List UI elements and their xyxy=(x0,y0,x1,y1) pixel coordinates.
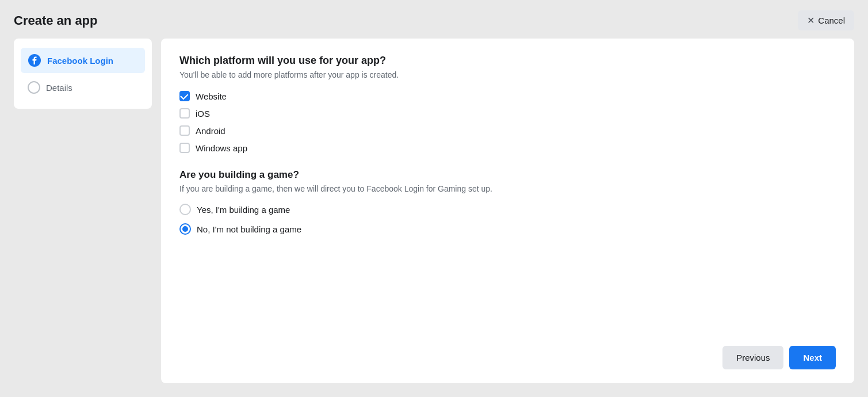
android-label: Android xyxy=(196,126,225,136)
platform-ios[interactable]: iOS xyxy=(179,108,836,119)
ios-checkbox[interactable] xyxy=(179,108,190,119)
radio-no-game[interactable]: No, I'm not building a game xyxy=(179,223,836,235)
button-row: Previous Next xyxy=(179,327,836,369)
platform-list: Website iOS Android Windows app xyxy=(179,91,836,153)
main-panel: Which platform will you use for your app… xyxy=(161,39,854,383)
ios-label: iOS xyxy=(196,109,210,119)
website-label: Website xyxy=(196,91,227,101)
next-button[interactable]: Next xyxy=(789,346,836,369)
sidebar: Facebook Login Details xyxy=(14,39,152,109)
no-game-label: No, I'm not building a game xyxy=(197,224,301,234)
previous-button[interactable]: Previous xyxy=(722,346,783,369)
platform-website[interactable]: Website xyxy=(179,91,836,101)
cancel-button[interactable]: ✕ Cancel xyxy=(798,10,854,30)
windows-label: Windows app xyxy=(196,143,247,153)
yes-game-label: Yes, I'm building a game xyxy=(197,205,290,215)
windows-checkbox[interactable] xyxy=(179,143,190,153)
close-icon: ✕ xyxy=(807,15,815,26)
page-title: Create an app xyxy=(14,13,98,28)
platform-section-subtitle: You'll be able to add more platforms aft… xyxy=(179,70,836,79)
details-icon xyxy=(28,81,40,94)
sidebar-item-facebook-login-label: Facebook Login xyxy=(47,56,113,66)
platform-windows[interactable]: Windows app xyxy=(179,143,836,153)
cancel-label: Cancel xyxy=(818,16,845,25)
radio-yes-game[interactable]: Yes, I'm building a game xyxy=(179,204,836,215)
sidebar-item-details[interactable]: Details xyxy=(21,75,145,100)
yes-game-radio[interactable] xyxy=(179,204,191,215)
no-game-radio[interactable] xyxy=(179,223,191,235)
sidebar-item-facebook-login[interactable]: Facebook Login xyxy=(21,48,145,73)
website-checkbox[interactable] xyxy=(179,91,190,101)
platform-section-title: Which platform will you use for your app… xyxy=(179,55,836,67)
game-section-subtitle: If you are building a game, then we will… xyxy=(179,184,836,193)
game-section-title: Are you building a game? xyxy=(179,169,836,181)
platform-android[interactable]: Android xyxy=(179,125,836,136)
facebook-login-icon xyxy=(28,54,41,67)
radio-list: Yes, I'm building a game No, I'm not bui… xyxy=(179,204,836,235)
android-checkbox[interactable] xyxy=(179,125,190,136)
sidebar-item-details-label: Details xyxy=(46,83,72,93)
